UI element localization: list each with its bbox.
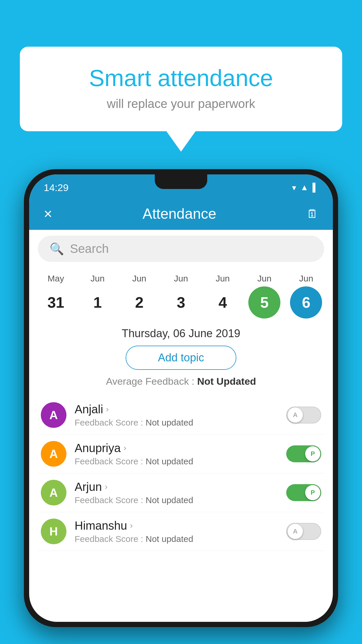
calendar-day-5[interactable]: Jun5 <box>245 274 283 318</box>
add-topic-button[interactable]: Add topic <box>126 346 236 370</box>
calendar-day-2[interactable]: Jun2 <box>120 274 158 318</box>
student-item-1[interactable]: AAnupriya ›Feedback Score : Not updatedP <box>38 435 324 473</box>
student-name-1: Anupriya › <box>75 442 286 455</box>
wifi-icon: ▾ <box>292 183 296 192</box>
phone-screen: 14:29 ▾ ▲ ▌ × Attendance 🗓 🔍 Search May3… <box>29 174 333 622</box>
cal-date-3[interactable]: 3 <box>165 286 197 318</box>
cal-month-2: Jun <box>132 274 146 284</box>
attendance-toggle-0[interactable]: A <box>286 407 321 424</box>
attendance-toggle-1[interactable]: P <box>286 445 321 462</box>
student-avatar-3: H <box>41 519 66 544</box>
speech-bubble-tail <box>166 131 196 152</box>
student-item-2[interactable]: AArjun ›Feedback Score : Not updatedP <box>38 473 324 512</box>
student-avatar-0: A <box>41 402 66 428</box>
cal-date-0[interactable]: 31 <box>40 286 72 318</box>
calendar-day-6[interactable]: Jun6 <box>287 274 325 318</box>
cal-month-5: Jun <box>257 274 271 284</box>
cal-month-0: May <box>48 274 64 284</box>
speech-bubble-subtitle: will replace your paperwork <box>43 97 319 111</box>
student-item-0[interactable]: AAnjali ›Feedback Score : Not updatedA <box>38 396 324 435</box>
phone-outer: 14:29 ▾ ▲ ▌ × Attendance 🗓 🔍 Search May3… <box>24 169 338 627</box>
student-name-3: Himanshu › <box>75 519 286 532</box>
cal-month-1: Jun <box>91 274 105 284</box>
chevron-icon: › <box>106 405 109 414</box>
avg-feedback: Average Feedback : Not Updated <box>29 376 333 387</box>
app-title: Attendance <box>143 205 216 222</box>
status-time: 14:29 <box>44 182 68 193</box>
chevron-icon: › <box>124 443 126 453</box>
student-info-0: Anjali ›Feedback Score : Not updated <box>75 403 286 428</box>
speech-bubble-title: Smart attendance <box>43 64 319 92</box>
calendar-day-1[interactable]: Jun1 <box>79 274 117 318</box>
cal-date-2[interactable]: 2 <box>123 286 155 318</box>
chevron-icon: › <box>130 521 133 530</box>
cal-month-6: Jun <box>299 274 313 284</box>
student-avatar-1: A <box>41 441 66 467</box>
attendance-toggle-3[interactable]: A <box>286 523 321 540</box>
student-score-1: Feedback Score : Not updated <box>75 456 286 466</box>
calendar-strip: May31Jun1Jun2Jun3Jun4Jun5Jun6 <box>29 268 333 318</box>
status-icons: ▾ ▲ ▌ <box>292 183 318 192</box>
phone-container: 14:29 ▾ ▲ ▌ × Attendance 🗓 🔍 Search May3… <box>24 169 338 627</box>
battery-icon: ▌ <box>312 183 318 192</box>
close-button[interactable]: × <box>44 205 52 222</box>
search-bar[interactable]: 🔍 Search <box>38 236 324 262</box>
student-info-3: Himanshu ›Feedback Score : Not updated <box>75 519 286 544</box>
student-name-0: Anjali › <box>75 403 286 416</box>
student-score-2: Feedback Score : Not updated <box>75 495 286 505</box>
calendar-day-3[interactable]: Jun3 <box>162 274 200 318</box>
student-info-2: Arjun ›Feedback Score : Not updated <box>75 480 286 505</box>
speech-bubble: Smart attendance will replace your paper… <box>20 47 342 131</box>
chevron-icon: › <box>105 482 107 491</box>
phone-notch <box>155 174 207 189</box>
cal-month-4: Jun <box>216 274 230 284</box>
avg-feedback-label: Average Feedback : <box>106 376 194 387</box>
student-item-3[interactable]: HHimanshu ›Feedback Score : Not updatedA <box>38 512 324 551</box>
search-icon: 🔍 <box>50 242 64 256</box>
student-score-0: Feedback Score : Not updated <box>75 418 286 428</box>
cal-date-1[interactable]: 1 <box>82 286 114 318</box>
search-input[interactable]: Search <box>70 242 312 256</box>
student-list: AAnjali ›Feedback Score : Not updatedAAA… <box>29 396 333 551</box>
calendar-day-0[interactable]: May31 <box>37 274 75 318</box>
calendar-day-4[interactable]: Jun4 <box>204 274 242 318</box>
attendance-toggle-2[interactable]: P <box>286 484 321 501</box>
calendar-icon[interactable]: 🗓 <box>307 207 318 220</box>
student-name-2: Arjun › <box>75 480 286 494</box>
signal-icon: ▲ <box>300 183 308 192</box>
speech-bubble-container: Smart attendance will replace your paper… <box>20 47 342 152</box>
student-info-1: Anupriya ›Feedback Score : Not updated <box>75 442 286 466</box>
cal-date-4[interactable]: 4 <box>207 286 239 318</box>
app-header: × Attendance 🗓 <box>29 198 333 230</box>
student-avatar-2: A <box>41 480 66 505</box>
selected-date: Thursday, 06 June 2019 <box>29 327 333 340</box>
avg-feedback-value: Not Updated <box>197 376 256 387</box>
cal-month-3: Jun <box>174 274 188 284</box>
cal-date-6[interactable]: 6 <box>290 286 322 318</box>
student-score-3: Feedback Score : Not updated <box>75 534 286 544</box>
cal-date-5[interactable]: 5 <box>248 286 280 318</box>
